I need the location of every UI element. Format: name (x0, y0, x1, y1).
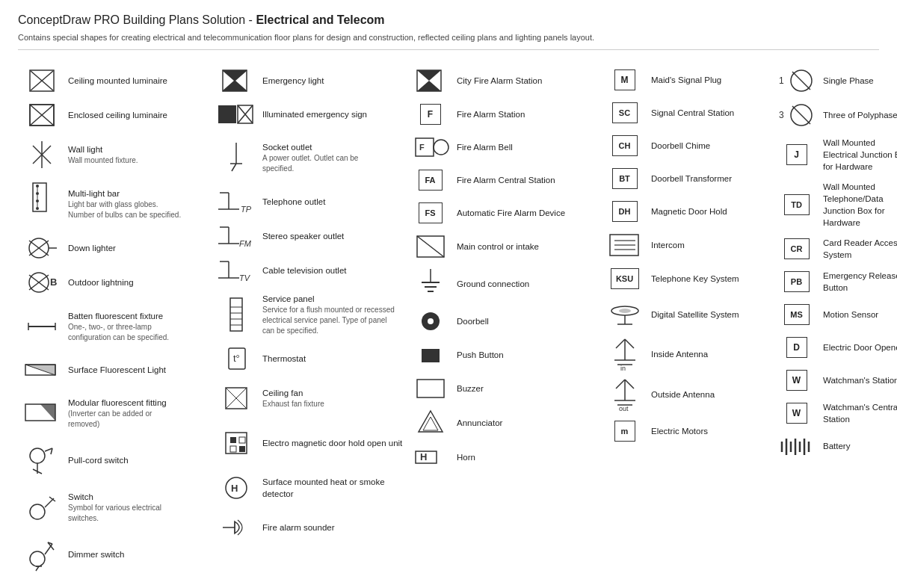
down-lighter-icon (21, 235, 62, 261)
svg-line-59 (232, 164, 236, 171)
city-fire-alarm-icon (410, 67, 451, 94)
svg-point-34 (30, 448, 45, 463)
list-item: 1 Single Phase (773, 64, 897, 98)
svg-marker-93 (417, 81, 441, 91)
list-item: CH Doorbell Chime (601, 129, 773, 162)
svg-line-127 (625, 380, 634, 389)
svg-text:3: 3 (779, 110, 784, 120)
list-item: Emergency light (212, 64, 407, 98)
list-item: FM Stereo speaker outlet (212, 219, 407, 253)
svg-text:FM: FM (239, 239, 252, 248)
svg-text:B: B (50, 276, 57, 288)
list-item: Electro magnetic door hold open unit (212, 421, 407, 465)
list-item: F Fire Alarm Station (407, 98, 601, 131)
stereo-speaker-icon: FM (215, 223, 256, 250)
digital-satellite-icon (604, 299, 645, 330)
service-panel-icon (215, 297, 256, 332)
list-item: Enclosed ceiling luminaire (18, 98, 212, 132)
main-control-icon (410, 233, 451, 260)
svg-line-126 (616, 380, 625, 389)
list-item: Modular fluorescent fitting(Inverter can… (18, 386, 212, 440)
list-item: FA Fire Alarm Central Station (407, 164, 601, 196)
svg-line-98 (417, 236, 444, 257)
svg-point-116 (619, 309, 631, 313)
svg-rect-85 (239, 437, 245, 443)
svg-line-47 (36, 566, 39, 571)
list-item: Batten fluorescent fixtureOne-, two-, or… (18, 300, 212, 353)
svg-text:H: H (231, 483, 238, 494)
em-door-hold-icon (215, 430, 256, 457)
svg-marker-107 (419, 411, 443, 432)
list-item: Ground connection (407, 264, 601, 304)
list-item: J Wall Mounted Electrical Junction Box f… (773, 132, 897, 177)
enclosed-ceiling-icon (21, 102, 62, 129)
svg-line-43 (45, 544, 52, 554)
emergency-light-icon (215, 67, 256, 94)
cable-tv-icon: TV (215, 257, 256, 284)
column-4: M Maid's Signal Plug SC Signal Central S… (601, 64, 773, 448)
telephone-outlet-icon: TP (215, 188, 256, 215)
maids-signal-icon: M (604, 69, 645, 90)
svg-text:1: 1 (779, 75, 784, 86)
svg-rect-53 (218, 105, 236, 123)
svg-marker-92 (417, 70, 441, 81)
list-item: Ceiling fanExhaust fan fixture (212, 376, 407, 421)
svg-point-96 (434, 140, 449, 155)
list-item: MS Motion Sensor (773, 298, 897, 331)
svg-rect-13 (36, 207, 39, 210)
list-item: Down lighter (18, 231, 212, 265)
list-item: SC Signal Central Station (601, 96, 773, 129)
list-item: Socket outletA power outlet. Outlet can … (212, 131, 407, 185)
svg-text:TP: TP (241, 205, 252, 214)
pull-cord-switch-icon (21, 444, 62, 477)
horn-icon: H (410, 444, 451, 471)
ceiling-luminaire-icon (21, 67, 62, 94)
list-item: M Maid's Signal Plug (601, 64, 773, 96)
list-item: Ceiling mounted luminaire (18, 64, 212, 98)
list-item: Fire alarm sounder (212, 510, 407, 545)
electric-door-opener-icon: D (776, 337, 817, 358)
list-item: CR Card Reader Access System (773, 232, 897, 265)
page-title: ConceptDraw PRO Building Plans Solution … (18, 13, 879, 27)
column-1: Ceiling mounted luminaire Enclosed ceili… (18, 64, 212, 575)
ground-connection-icon (410, 267, 451, 300)
svg-line-120 (616, 339, 625, 348)
intercom-icon (604, 232, 645, 259)
list-item: FS Automatic Fire Alarm Device (407, 196, 601, 229)
svg-marker-108 (423, 417, 438, 430)
emergency-release-icon: PB (776, 271, 817, 292)
list-item: City Fire Alarm Station (407, 64, 601, 98)
list-item: DH Magnetic Door Hold (601, 195, 773, 228)
svg-line-41 (49, 497, 55, 501)
list-item: Illuminated emergency sign (212, 98, 407, 131)
switch-icon (21, 491, 62, 524)
thermostat-icon: t° (215, 345, 256, 372)
auto-fire-alarm-icon: FS (410, 202, 451, 223)
list-item: BT Doorbell Transformer (601, 162, 773, 195)
svg-rect-106 (417, 380, 444, 397)
wall-telephone-box-icon: TD (776, 194, 817, 215)
list-item: Battery (773, 430, 897, 462)
list-item: TD Wall Mounted Telephone/Data Junction … (773, 177, 897, 232)
list-item: W Watchman's Central Station (773, 397, 897, 430)
list-item: PB Emergency Release Button (773, 265, 897, 298)
svg-rect-94 (416, 138, 434, 156)
svg-line-133 (792, 72, 810, 90)
signal-central-icon: SC (604, 102, 645, 123)
list-item: TP Telephone outlet (212, 185, 407, 219)
doorbell-transformer-icon: BT (604, 168, 645, 189)
surface-heat-smoke-icon: H (215, 474, 256, 501)
magnetic-door-hold-icon: DH (604, 201, 645, 222)
svg-point-104 (428, 318, 434, 324)
surface-fluorescent-icon (21, 359, 62, 381)
list-item: Annunciator (407, 406, 601, 440)
subtitle: Contains special shapes for creating ele… (18, 33, 879, 50)
list-item: Buzzer (407, 371, 601, 406)
list-item: Surface Fluorescent Light (18, 353, 212, 386)
doorbell-icon (410, 308, 451, 335)
list-item: Service panelService for a flush mounted… (212, 288, 407, 341)
wall-light-icon (21, 140, 62, 170)
dimmer-switch-icon (21, 538, 62, 571)
ceiling-fan-icon (215, 385, 256, 412)
wall-junction-box-icon: J (776, 144, 817, 165)
